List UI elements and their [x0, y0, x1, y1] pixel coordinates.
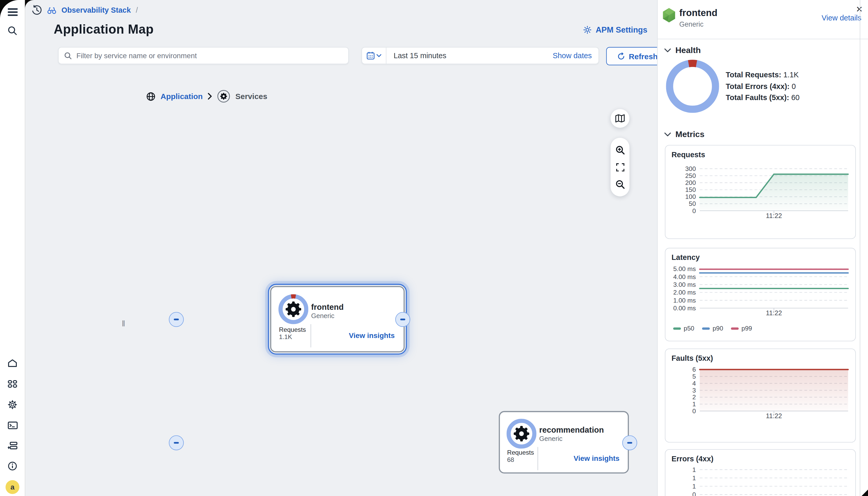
refresh-icon: [617, 52, 625, 60]
zoom-out-icon[interactable]: [615, 180, 625, 189]
svg-text:1: 1: [692, 466, 696, 473]
svg-text:200: 200: [685, 179, 696, 186]
health-section-header[interactable]: Health: [664, 45, 701, 55]
requests-label: Requests: [507, 449, 534, 456]
info-icon[interactable]: [5, 459, 20, 474]
binoculars-icon: [47, 6, 56, 14]
menu-icon[interactable]: [5, 4, 20, 19]
svg-text:100: 100: [685, 193, 696, 200]
collapse-node-button[interactable]: [395, 312, 410, 327]
home-icon[interactable]: [5, 356, 20, 371]
node-type: Generic: [539, 435, 563, 443]
requests-label: Requests: [279, 326, 306, 334]
svg-text:11:22: 11:22: [766, 412, 782, 419]
breadcrumb-separator: /: [136, 6, 138, 15]
requests-chart-card: Requests 30025020015010050011:22: [665, 145, 856, 239]
svg-text:0: 0: [692, 207, 696, 214]
requests-value: 68: [507, 456, 514, 463]
svg-text:0: 0: [692, 407, 696, 415]
time-range-picker: Last 15 minutes Show dates: [361, 47, 599, 64]
minimap-toggle-button[interactable]: [611, 109, 629, 128]
close-icon[interactable]: ✕: [856, 4, 863, 15]
service-node-recommendation[interactable]: recommendation Generic Requests 68 View …: [499, 411, 629, 474]
service-detail-panel: frontend Generic ✕ View details Health T…: [657, 0, 868, 496]
user-avatar[interactable]: a: [5, 480, 19, 494]
node-name: recommendation: [539, 425, 604, 434]
gear-icon: [583, 25, 592, 34]
stat-total-faults: Total Faults (5xx): 60: [725, 94, 799, 102]
svg-text:3: 3: [692, 387, 696, 394]
refresh-label: Refresh: [629, 52, 658, 61]
settings-gear-icon[interactable]: [5, 397, 20, 412]
faults-chart-card: Faults (5xx) 654321011:22: [665, 348, 856, 443]
search-icon: [64, 52, 72, 60]
svg-text:p99: p99: [742, 325, 752, 332]
console-icon[interactable]: [5, 418, 20, 433]
collapse-node-button[interactable]: [622, 435, 637, 450]
show-dates-link[interactable]: Show dates: [553, 51, 599, 60]
collapse-node-button[interactable]: [169, 312, 184, 327]
svg-text:0: 0: [692, 491, 696, 496]
add-integrations-icon[interactable]: [5, 438, 20, 453]
left-nav-rail: a: [0, 0, 25, 496]
chevron-right-icon: [208, 93, 212, 99]
search-placeholder: Filter by service name or environment: [76, 51, 197, 60]
chevron-down-icon: [376, 53, 381, 58]
search-icon[interactable]: [5, 23, 20, 38]
zoom-in-icon[interactable]: [615, 145, 625, 155]
svg-text:0.00 ms: 0.00 ms: [673, 305, 695, 312]
history-clock-icon[interactable]: [32, 5, 42, 16]
apps-grid-icon[interactable]: [5, 376, 20, 391]
svg-text:300: 300: [685, 165, 696, 172]
svg-text:4.00 ms: 4.00 ms: [673, 273, 695, 280]
divider: [538, 447, 538, 470]
svg-text:5: 5: [692, 373, 696, 380]
errors-chart: 1110: [665, 450, 855, 496]
panel-resize-handle[interactable]: ‖: [122, 319, 126, 328]
time-range-value[interactable]: Last 15 minutes: [386, 51, 553, 60]
svg-text:2.00 ms: 2.00 ms: [673, 289, 695, 296]
svg-text:p90: p90: [713, 325, 723, 332]
errors-chart-card: Errors (4xx) 1110: [665, 449, 856, 496]
calendar-button[interactable]: [362, 48, 386, 64]
scrollbar-track[interactable]: [860, 0, 860, 496]
svg-text:2: 2: [692, 393, 696, 401]
divider: [311, 324, 311, 347]
latency-chart-card: Latency 5.00 ms4.00 ms3.00 ms2.00 ms1.00…: [665, 248, 856, 341]
service-filter-input[interactable]: Filter by service name or environment: [58, 47, 349, 64]
fit-to-screen-icon[interactable]: [616, 163, 624, 171]
svg-text:p50: p50: [684, 325, 694, 332]
service-node-frontend[interactable]: frontend Generic Requests 1.1K View insi…: [270, 286, 405, 353]
map-breadcrumb-application[interactable]: Application: [161, 92, 203, 100]
globe-icon: [146, 92, 155, 101]
divider: [658, 39, 868, 39]
window-resize-corner: [861, 490, 868, 496]
svg-text:5.00 ms: 5.00 ms: [673, 265, 695, 272]
collapse-node-button[interactable]: [169, 435, 184, 450]
svg-text:1: 1: [692, 475, 696, 481]
apm-settings-label: APM Settings: [596, 25, 647, 34]
node-name: frontend: [311, 303, 344, 311]
apm-settings-link[interactable]: APM Settings: [583, 25, 647, 34]
service-hexagon-icon: [663, 8, 675, 23]
svg-text:1: 1: [692, 401, 696, 407]
view-insights-link[interactable]: View insights: [349, 331, 395, 340]
stat-total-requests: Total Requests: 1.1K: [725, 71, 799, 79]
breadcrumb-link[interactable]: Observability Stack: [61, 6, 131, 15]
health-title: Health: [675, 45, 701, 55]
metrics-section-header[interactable]: Metrics: [664, 129, 704, 139]
svg-text:150: 150: [685, 186, 696, 193]
page-title: Application Map: [54, 22, 153, 37]
panel-service-type: Generic: [679, 20, 704, 28]
view-insights-link[interactable]: View insights: [573, 454, 619, 462]
chevron-down-icon: [664, 48, 671, 52]
zoom-controls: [611, 138, 629, 197]
services-node-icon: [217, 90, 230, 103]
svg-text:11:22: 11:22: [766, 309, 782, 316]
panel-service-name: frontend: [679, 8, 717, 19]
view-details-link[interactable]: View details: [814, 14, 861, 22]
svg-text:6: 6: [692, 366, 696, 373]
health-donut: [279, 294, 309, 324]
faults-chart: 654321011:22: [665, 349, 855, 442]
map-breadcrumb: Application Services: [146, 90, 267, 103]
